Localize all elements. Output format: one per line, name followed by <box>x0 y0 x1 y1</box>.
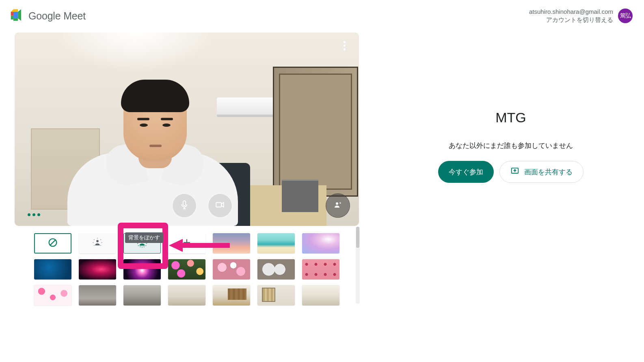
brand-title: Google Meet <box>28 10 86 22</box>
bg-picker-scrollbar[interactable] <box>356 227 360 304</box>
brand: Google Meet <box>9 7 86 24</box>
present-screen-button[interactable]: 画面を共有する <box>499 161 583 183</box>
blur-light-icon <box>92 237 103 250</box>
svg-point-19 <box>97 238 98 238</box>
bg-option-kitchen[interactable] <box>213 285 250 306</box>
svg-point-14 <box>100 239 101 240</box>
account-email: atsuhiro.shinohara@gmail.com <box>529 8 613 16</box>
bg-option-flowers[interactable] <box>168 259 205 280</box>
video-preview <box>15 33 359 226</box>
svg-point-9 <box>336 202 338 205</box>
bg-option-beach[interactable] <box>257 233 295 254</box>
bg-option-abstract[interactable] <box>257 259 295 280</box>
preview-column: 背景をぼかす <box>15 33 361 307</box>
svg-point-15 <box>93 242 93 243</box>
bg-option-upload[interactable] <box>168 233 205 254</box>
bg-option-sunset[interactable] <box>213 233 250 254</box>
svg-point-32 <box>144 246 145 247</box>
svg-point-21 <box>138 239 139 240</box>
svg-line-11 <box>50 240 56 245</box>
present-label: 画面を共有する <box>524 167 573 177</box>
svg-point-30 <box>145 245 146 246</box>
svg-point-26 <box>146 241 147 241</box>
join-panel: MTG あなた以外にまだ誰も参加していません 今すぐ参加 画面を共有する <box>378 33 644 307</box>
account-text: atsuhiro.shinohara@gmail.com アカウントを切り替える <box>529 8 613 24</box>
mic-icon <box>179 199 190 212</box>
svg-point-29 <box>138 245 139 246</box>
svg-point-17 <box>94 245 95 246</box>
svg-point-20 <box>141 240 143 242</box>
avatar[interactable]: 篤弘 <box>618 9 633 23</box>
svg-point-31 <box>140 246 140 247</box>
svg-point-12 <box>96 240 99 243</box>
bg-option-office[interactable] <box>123 285 161 306</box>
bg-option-fireworks[interactable] <box>123 259 161 280</box>
join-actions: 今すぐ参加 画面を共有する <box>438 161 583 183</box>
svg-point-27 <box>137 243 138 244</box>
join-now-button[interactable]: 今すぐ参加 <box>438 161 494 183</box>
svg-rect-3 <box>13 12 18 18</box>
svg-point-23 <box>144 238 145 239</box>
svg-point-25 <box>137 241 138 241</box>
svg-rect-0 <box>11 12 13 16</box>
bg-option-nebula[interactable] <box>79 259 116 280</box>
speaking-indicator-icon <box>28 213 40 216</box>
bg-option-cafe[interactable] <box>79 285 116 306</box>
background-picker <box>15 227 360 307</box>
bg-option-blossom[interactable] <box>213 259 250 280</box>
main: 背景をぼかす MTG あなた以外にまだ誰も参加していません 今すぐ参加 <box>0 28 644 307</box>
svg-point-18 <box>100 245 101 246</box>
present-icon <box>510 167 519 178</box>
bg-option-water[interactable] <box>34 259 71 280</box>
header: Google Meet atsuhiro.shinohara@gmail.com… <box>0 0 644 28</box>
meeting-title: MTG <box>495 110 526 126</box>
svg-point-16 <box>101 242 102 243</box>
switch-account-link[interactable]: アカウントを切り替える <box>529 16 613 24</box>
plus-icon <box>181 237 192 250</box>
svg-point-22 <box>140 238 140 239</box>
no-effect-icon <box>47 237 58 250</box>
bg-option-pattern[interactable] <box>302 259 339 280</box>
svg-rect-1 <box>11 16 13 20</box>
account-area: atsuhiro.shinohara@gmail.com アカウントを切り替える… <box>529 8 633 24</box>
blur-strong-icon <box>136 237 148 250</box>
visual-effects-button[interactable] <box>326 193 350 218</box>
svg-rect-5 <box>183 201 186 206</box>
more-options-button[interactable] <box>339 40 350 51</box>
bg-option-petals[interactable] <box>34 285 71 306</box>
toggle-camera-button[interactable] <box>208 193 232 218</box>
bg-option-library[interactable] <box>257 285 295 306</box>
toggle-mic-button[interactable] <box>172 193 197 218</box>
brand-meet: Meet <box>63 10 86 22</box>
meet-logo-icon <box>9 7 24 24</box>
sparkle-person-icon <box>333 200 343 211</box>
svg-rect-2 <box>13 9 18 12</box>
svg-point-28 <box>146 243 147 244</box>
camera-icon <box>215 199 225 212</box>
bg-option-clouds[interactable] <box>302 233 339 254</box>
bg-option-none[interactable] <box>34 233 71 254</box>
bg-option-window[interactable] <box>302 285 339 306</box>
brand-google: Google <box>28 10 61 22</box>
svg-point-13 <box>94 239 95 240</box>
svg-rect-4 <box>13 18 18 21</box>
svg-point-33 <box>142 247 143 247</box>
svg-point-24 <box>145 239 146 240</box>
bg-option-blur-light[interactable] <box>79 233 116 254</box>
svg-rect-8 <box>216 203 221 207</box>
bg-option-living[interactable] <box>168 285 205 306</box>
meeting-subtitle: あなた以外にまだ誰も参加していません <box>449 141 573 150</box>
bg-option-blur-strong[interactable] <box>123 233 161 254</box>
